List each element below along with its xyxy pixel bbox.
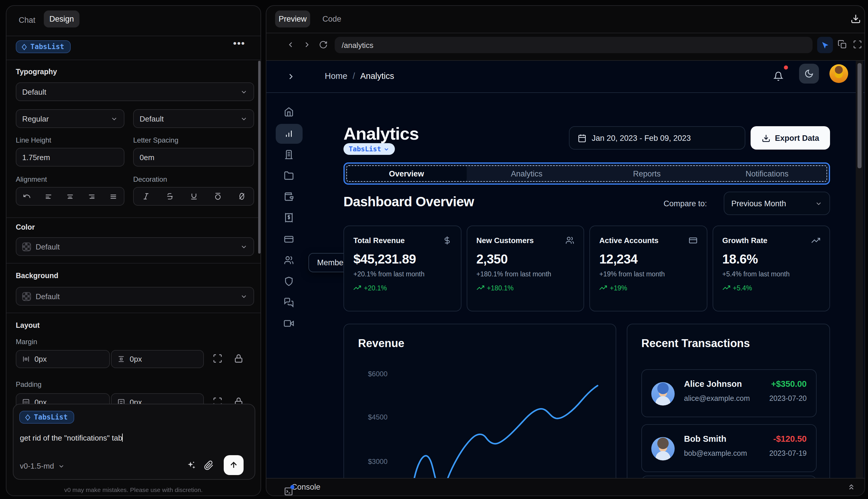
page-selection-chip[interactable]: TabsList	[344, 143, 395, 155]
download-icon[interactable]	[851, 13, 861, 24]
revenue-line-chart	[344, 324, 617, 478]
building-icon[interactable]	[284, 149, 294, 159]
line-height-input[interactable]: 1.75rem	[16, 148, 124, 167]
font-weight-select[interactable]: Regular	[16, 109, 124, 128]
console-bar[interactable]: Console	[266, 478, 865, 496]
font-size-select[interactable]: Default	[133, 109, 254, 128]
url-bar[interactable]: /analytics	[335, 37, 813, 53]
transaction-name: Alice Johnson	[684, 379, 742, 389]
tab-notifications[interactable]: Notifications	[707, 165, 827, 182]
align-left-icon[interactable]	[45, 192, 52, 200]
stat-value: $45,231.89	[354, 252, 451, 267]
tab-analytics[interactable]: Analytics	[467, 165, 587, 182]
more-menu-icon[interactable]: •••	[233, 38, 245, 50]
transaction-row-partial[interactable]	[641, 476, 817, 478]
messages-icon[interactable]	[284, 297, 294, 307]
align-center-icon[interactable]	[66, 192, 74, 200]
stat-trend-value: +19%	[610, 284, 627, 291]
theme-toggle-button[interactable]	[799, 64, 819, 84]
folder-icon[interactable]	[284, 171, 294, 181]
transaction-email: bob@example.com	[684, 449, 747, 458]
sidebar-expand-icon[interactable]	[286, 72, 296, 81]
date-range-picker[interactable]: Jan 20, 2023 - Feb 09, 2023	[569, 126, 745, 149]
strikethrough-icon[interactable]	[165, 192, 174, 200]
tab-code[interactable]: Code	[322, 15, 342, 23]
tab-preview[interactable]: Preview	[275, 11, 310, 27]
stat-card-active-accounts[interactable]: Active Accounts 12,234 +19% from last mo…	[590, 226, 707, 312]
tab-overview[interactable]: Overview	[346, 165, 467, 182]
send-button[interactable]	[224, 455, 244, 475]
prompt-input[interactable]: get rid of the "notifications" tab	[20, 434, 123, 442]
no-decoration-icon[interactable]	[237, 192, 246, 200]
lock-margin-icon[interactable]	[234, 353, 244, 363]
text-cursor	[122, 434, 123, 442]
chat-composer[interactable]: TabsList get rid of the "notifications" …	[13, 404, 255, 480]
bell-icon[interactable]	[773, 71, 783, 81]
prompt-text: get rid of the "notifications" tab	[20, 434, 122, 442]
notification-dot	[784, 65, 788, 70]
forward-icon[interactable]	[302, 40, 311, 49]
copy-icon[interactable]	[838, 40, 847, 49]
app-scrollbar-thumb[interactable]	[857, 63, 861, 168]
user-avatar[interactable]	[829, 64, 848, 83]
background-select[interactable]: Default	[16, 287, 254, 306]
letter-spacing-input[interactable]: 0em	[133, 148, 254, 167]
panel-scrollbar[interactable]	[258, 61, 261, 254]
stat-title: Total Revenue	[354, 236, 405, 245]
transaction-date: 2023-07-20	[769, 394, 807, 403]
dollar-icon	[443, 236, 451, 245]
font-weight-value: Regular	[22, 114, 110, 123]
sparkles-icon[interactable]	[186, 460, 196, 470]
overline-icon[interactable]	[213, 192, 222, 200]
selected-element-chip[interactable]: TabsList	[16, 40, 71, 53]
fullscreen-icon[interactable]	[853, 40, 862, 49]
wallet-icon[interactable]	[284, 192, 294, 202]
stat-card-growth-rate[interactable]: Growth Rate 18.6% +5.4% from last month …	[712, 226, 830, 312]
page-title: Analytics	[344, 124, 419, 144]
users-icon	[566, 236, 574, 245]
receipt-icon[interactable]	[284, 213, 294, 223]
align-justify-icon[interactable]	[109, 192, 117, 200]
divider	[266, 33, 865, 33]
app-scrollbar-track[interactable]	[856, 61, 863, 478]
home-icon[interactable]	[284, 107, 294, 117]
align-right-icon[interactable]	[88, 192, 96, 200]
video-icon[interactable]	[284, 318, 294, 328]
bar-chart-icon[interactable]	[284, 129, 294, 138]
shield-icon[interactable]	[284, 276, 294, 286]
chevrons-up-icon[interactable]	[847, 483, 856, 491]
transaction-row[interactable]: Alice Johnson alice@example.com +$350.00…	[641, 369, 817, 417]
margin-x-input[interactable]: 0px	[16, 350, 110, 368]
tab-design[interactable]: Design	[44, 11, 79, 27]
tab-reports[interactable]: Reports	[587, 165, 707, 182]
transaction-row[interactable]: Bob Smith bob@example.com -$120.50 2023-…	[641, 424, 817, 472]
typography-section-label: Typography	[16, 68, 57, 76]
console-icon-wrap	[284, 486, 293, 496]
export-data-button[interactable]: Export Data	[751, 126, 830, 149]
paperclip-icon[interactable]	[204, 460, 214, 470]
model-select[interactable]: v0-1.5-md	[20, 462, 64, 470]
expand-margin-icon[interactable]	[213, 353, 223, 363]
undo-icon[interactable]	[23, 192, 31, 200]
stat-value: 18.6%	[722, 252, 820, 267]
credit-card-icon[interactable]	[284, 234, 294, 244]
refresh-icon[interactable]	[319, 40, 328, 49]
inspect-mode-button[interactable]	[817, 37, 833, 53]
trending-up-icon	[599, 284, 607, 292]
background-section-label: Background	[16, 272, 59, 280]
composer-context-chip[interactable]: TabsList	[19, 411, 74, 424]
back-icon[interactable]	[286, 40, 295, 49]
italic-icon[interactable]	[142, 192, 150, 200]
compare-select[interactable]: Previous Month	[724, 192, 830, 215]
font-family-select[interactable]: Default	[16, 82, 254, 101]
color-select[interactable]: Default	[16, 237, 254, 256]
date-range-text: Jan 20, 2023 - Feb 09, 2023	[592, 134, 691, 142]
margin-y-input[interactable]: 0px	[111, 350, 204, 368]
stat-title: Growth Rate	[722, 236, 768, 245]
users-icon[interactable]	[284, 255, 294, 265]
stat-card-total-revenue[interactable]: Total Revenue $45,231.89 +20.1% from las…	[344, 226, 461, 312]
stat-card-new-customers[interactable]: New Customers 2,350 +180.1% from last mo…	[467, 226, 584, 312]
tab-chat[interactable]: Chat	[19, 16, 35, 25]
underline-icon[interactable]	[189, 192, 198, 200]
breadcrumb-home[interactable]: Home	[325, 71, 347, 81]
